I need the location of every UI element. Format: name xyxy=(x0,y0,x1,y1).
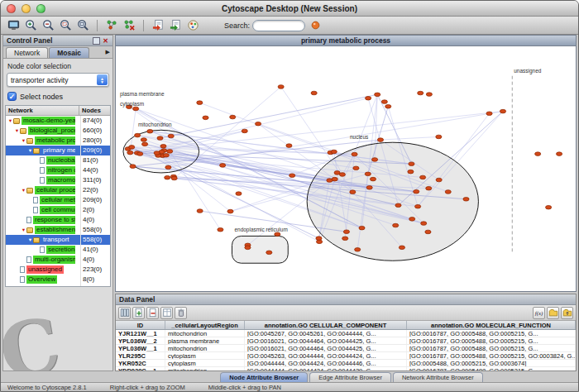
network-view-title: primary metabolic process xyxy=(301,36,390,45)
region-label: plasma membrane xyxy=(120,91,165,98)
tree-expand-icon[interactable]: ▼ xyxy=(21,138,26,143)
table-row[interactable]: YKR052Ccytoplasm[GO:0044444, GO:0044424,… xyxy=(116,360,576,367)
trash-icon[interactable] xyxy=(175,307,187,319)
search-label: Search: xyxy=(224,22,250,30)
tab-node-attribute-browser[interactable]: Node Attribute Browser xyxy=(220,372,308,382)
tree-expand-icon[interactable]: ▼ xyxy=(21,227,26,232)
tab-network-attribute-browser[interactable]: Network Attribute Browser xyxy=(393,372,483,382)
table-row[interactable]: YLR295Ccytoplasm[GO:0045263, GO:0044444,… xyxy=(116,352,576,360)
tree-item[interactable]: ▼biological_process660(0) xyxy=(6,126,110,136)
tree-header: Network Nodes xyxy=(6,106,110,116)
search-options-icon[interactable] xyxy=(308,18,323,33)
zoom-window-button[interactable] xyxy=(36,4,45,13)
window-controls xyxy=(7,4,45,13)
import-network-icon[interactable] xyxy=(151,18,165,33)
table-row[interactable]: YPL036W__2plasma membrane[GO:0016021, GO… xyxy=(116,337,576,345)
tab-mosaic[interactable]: Mosaic xyxy=(49,47,89,58)
tree-expand-icon[interactable]: ▼ xyxy=(14,128,20,133)
minimize-window-button[interactable] xyxy=(22,4,31,13)
tree-item[interactable]: cellular metabo209(0) xyxy=(6,195,110,205)
zoom-out-icon[interactable] xyxy=(41,18,55,33)
table-cell: cytoplasm xyxy=(165,360,245,366)
tree-item[interactable]: nitrogen compo44(0) xyxy=(6,165,110,175)
tree-item[interactable]: macromolecule311(0) xyxy=(6,175,110,185)
network-file-icon xyxy=(26,217,31,223)
zoom-fit-icon[interactable] xyxy=(75,18,90,33)
tree-item-count: 223(0) xyxy=(83,265,110,275)
network-overview-icon[interactable] xyxy=(104,18,119,33)
close-panel-icon[interactable]: ✕ xyxy=(102,37,109,45)
float-panel-icon[interactable] xyxy=(93,37,100,45)
tree-expand-icon[interactable]: ▼ xyxy=(27,148,33,153)
vizmapper-icon[interactable] xyxy=(185,18,200,33)
column-header[interactable]: ID xyxy=(116,321,165,329)
tree-item[interactable]: nucleobase, nu81(0) xyxy=(6,155,110,165)
import-attributes-icon[interactable] xyxy=(168,18,183,33)
table-cell: [GO:0016787, GO:0005488, GO:0005215, G..… xyxy=(407,345,576,351)
table-cell: [GO:0016787, GO:0005488, GO:0005215, G..… xyxy=(407,337,576,344)
tree-item[interactable]: cell communica2(0) xyxy=(6,205,110,215)
tree-item[interactable]: secretion41(0) xyxy=(6,245,110,255)
tree-expand-icon[interactable]: ▼ xyxy=(7,118,13,123)
delete-attribute-icon[interactable] xyxy=(146,307,159,319)
network-graph[interactable]: plasma membranecytoplasmmitochondrionnuc… xyxy=(116,46,576,291)
folder-icon xyxy=(13,118,20,124)
export-table-icon[interactable] xyxy=(561,307,573,319)
control-panel-titlebar[interactable]: Control Panel ✕ xyxy=(3,36,112,46)
search-input[interactable] xyxy=(252,20,305,31)
select-attributes-icon[interactable] xyxy=(118,307,131,319)
nodes-column-header[interactable]: Nodes xyxy=(79,106,110,115)
tree-item[interactable]: ▼mosaic-demo-yeast874(0) xyxy=(6,116,110,126)
network-view-titlebar[interactable]: primary metabolic process xyxy=(116,36,576,46)
tree-expand-icon[interactable]: ▼ xyxy=(27,237,33,242)
tree-item-label: establishment of lo xyxy=(35,226,75,234)
table-row[interactable]: YJR121W__1mitochondrion[GO:0045267, GO:0… xyxy=(116,330,576,337)
select-nodes-checkbox[interactable]: ✓ xyxy=(7,92,17,101)
chevron-down-icon: ▲▼ xyxy=(97,74,108,85)
close-window-button[interactable] xyxy=(7,4,16,13)
window-titlebar[interactable]: Cytoscape Desktop (New Session) xyxy=(1,1,578,17)
tree-item[interactable]: response to stimu4(0) xyxy=(6,215,110,225)
import-table-icon[interactable] xyxy=(547,307,559,319)
tree-item[interactable]: ▼primary metabo209(0) xyxy=(6,146,110,155)
tree-item[interactable]: ▼metabolic process280(0) xyxy=(6,136,110,146)
table-cell: [GO:0045267, GO:0045261, GO:0044444, G..… xyxy=(245,330,407,337)
table-cell: YDR039C__1 xyxy=(116,367,165,370)
function-builder-icon[interactable]: f(x) xyxy=(533,307,545,319)
tree-item[interactable]: multi-organism pro4(0) xyxy=(6,255,110,265)
tree-item[interactable]: unassigned223(0) xyxy=(6,265,110,275)
tree-item[interactable]: ▼establishment of lo558(0) xyxy=(6,225,110,235)
main-toolbar: Search: xyxy=(1,17,578,35)
tree-item-label: nitrogen compo xyxy=(46,166,75,174)
tree-expand-icon[interactable]: ▼ xyxy=(21,188,26,193)
node-color-dropdown[interactable]: transporter activity ▲▼ xyxy=(7,73,109,87)
tree-item-label: cell communica xyxy=(40,206,75,214)
desktop-icon[interactable] xyxy=(6,18,21,33)
status-bar: Welcome to Cytoscape 2.8.1 Right-click +… xyxy=(1,382,578,391)
tree-item[interactable]: Overview8(0) xyxy=(6,275,110,284)
zoom-in-icon[interactable] xyxy=(23,18,38,33)
node-color-label: Node color selection xyxy=(7,62,109,70)
svg-text:f(x): f(x) xyxy=(534,310,543,317)
table-row[interactable]: YPL036W__1mitochondrion[GO:0016021, GO:0… xyxy=(116,345,576,352)
column-header[interactable]: annotation.GO MOLECULAR_FUNCTION xyxy=(407,321,576,329)
tree-item[interactable]: ▼cellular process22(0) xyxy=(6,185,110,195)
tab-network[interactable]: Network xyxy=(6,47,48,58)
zoom-selected-region-icon[interactable] xyxy=(58,18,73,33)
control-panel-tabs: NetworkMosaic▶ xyxy=(3,46,112,59)
tab-scroll-right-icon[interactable]: ▶ xyxy=(106,49,110,55)
column-header[interactable]: annotation.GO CELLULAR_COMPONENT xyxy=(245,321,407,329)
destroy-network-icon[interactable] xyxy=(122,18,136,33)
attribute-batch-icon[interactable] xyxy=(160,307,173,319)
network-column-header[interactable]: Network xyxy=(6,106,79,115)
zoom-hint: Right-click + drag to ZOOM xyxy=(110,384,185,391)
table-cell: [GO:0016021, GO:0044464, GO:0044425, G..… xyxy=(245,337,407,344)
data-panel-titlebar[interactable]: Data Panel xyxy=(116,294,576,305)
column-header[interactable]: _cellularLayoutRegion xyxy=(165,321,245,329)
table-row[interactable]: YDR039C__1mitochondrion[GO:0044444, GO:0… xyxy=(116,367,576,370)
tab-edge-attribute-browser[interactable]: Edge Attribute Browser xyxy=(309,372,391,382)
tree-item[interactable]: ▼transport558(0) xyxy=(6,235,110,245)
table-cell: YPL036W__2 xyxy=(116,337,165,344)
folder-icon xyxy=(26,138,33,144)
create-attribute-icon[interactable] xyxy=(132,307,145,319)
